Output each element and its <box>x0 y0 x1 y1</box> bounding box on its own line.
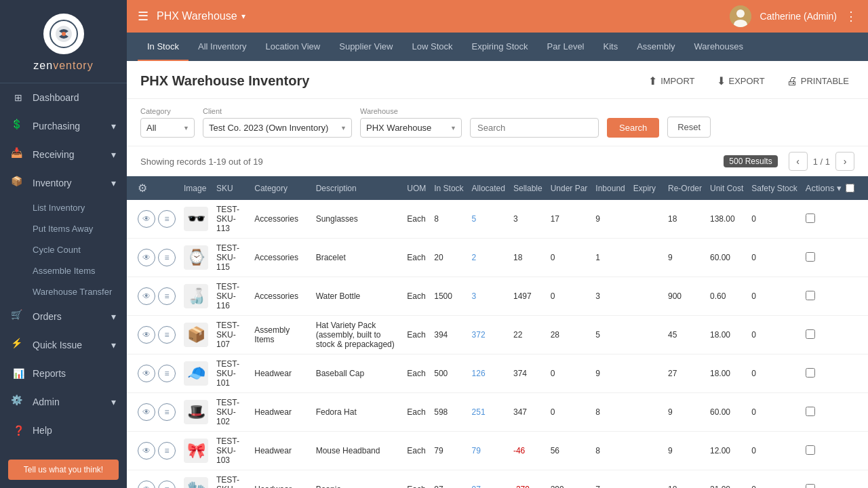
tab-supplier-view[interactable]: Supplier View <box>330 33 402 61</box>
col-allocated[interactable]: Allocated <box>468 176 509 200</box>
row-checkbox-cell[interactable] <box>802 470 868 489</box>
col-uom[interactable]: UOM <box>403 176 430 200</box>
tab-location-view[interactable]: Location View <box>256 33 330 61</box>
view-icon[interactable]: 👁 <box>138 481 155 488</box>
import-button[interactable]: ⬆ IMPORT <box>643 72 700 90</box>
edit-icon[interactable]: ≡ <box>158 481 176 488</box>
row-allocated[interactable]: 126 <box>468 354 509 393</box>
topbar-more-icon[interactable]: ⋮ <box>845 9 857 24</box>
client-select[interactable]: Test Co. 2023 (Own Inventory) <box>203 118 352 138</box>
row-checkbox-cell[interactable] <box>802 239 868 277</box>
col-expiry[interactable]: Expiry <box>629 176 664 200</box>
col-safety-stock[interactable]: Safety Stock <box>747 176 801 200</box>
sidebar-item-cycle-count[interactable]: Cycle Count <box>0 239 127 260</box>
edit-icon[interactable]: ≡ <box>158 365 176 382</box>
row-checkbox[interactable] <box>806 329 815 339</box>
tab-kits[interactable]: Kits <box>594 33 628 61</box>
row-checkbox[interactable] <box>806 445 815 455</box>
col-inbound[interactable]: Inbound <box>591 176 629 200</box>
actions-dropdown[interactable]: Actions ▾ <box>806 183 842 193</box>
col-sellable[interactable]: Sellable <box>509 176 547 200</box>
col-in-stock[interactable]: In Stock <box>430 176 467 200</box>
edit-icon[interactable]: ≡ <box>158 210 176 228</box>
row-checkbox[interactable] <box>806 484 815 489</box>
row-checkbox-cell[interactable] <box>802 277 868 316</box>
category-select[interactable]: All <box>140 118 195 138</box>
row-allocated[interactable]: 5 <box>468 200 509 239</box>
sidebar-item-purchasing[interactable]: 💲 Purchasing ▾ <box>0 112 127 140</box>
sidebar-item-orders[interactable]: 🛒 Orders ▾ <box>0 302 127 331</box>
sidebar-item-receiving[interactable]: 📥 Receiving ▾ <box>0 140 127 169</box>
view-icon[interactable]: 👁 <box>138 442 155 460</box>
row-checkbox-cell[interactable] <box>802 393 868 432</box>
row-checkbox-cell[interactable] <box>802 200 868 239</box>
sidebar-item-list-inventory[interactable]: List Inventory <box>0 197 127 218</box>
row-uom: Each <box>403 470 430 489</box>
export-icon: ⬇ <box>717 75 726 87</box>
edit-icon[interactable]: ≡ <box>158 326 176 344</box>
row-allocated[interactable]: 2 <box>468 239 509 277</box>
sidebar-item-admin[interactable]: ⚙️ Admin ▾ <box>0 388 127 416</box>
edit-icon[interactable]: ≡ <box>158 287 176 305</box>
edit-icon[interactable]: ≡ <box>158 249 176 266</box>
view-icon[interactable]: 👁 <box>138 287 155 305</box>
col-actions-header[interactable]: Actions ▾ <box>802 176 868 200</box>
edit-icon[interactable]: ≡ <box>158 442 176 460</box>
feedback-button[interactable]: Tell us what you think! <box>8 460 119 480</box>
select-all-checkbox[interactable] <box>846 184 854 192</box>
search-input[interactable] <box>470 118 599 138</box>
search-button[interactable]: Search <box>607 118 659 138</box>
view-icon[interactable]: 👁 <box>138 326 155 344</box>
pagination-prev[interactable]: ‹ <box>789 152 808 171</box>
row-expiry <box>629 470 664 489</box>
row-allocated[interactable]: 79 <box>468 432 509 470</box>
edit-icon[interactable]: ≡ <box>158 403 176 421</box>
view-icon[interactable]: 👁 <box>138 210 155 228</box>
menu-icon[interactable]: ☰ <box>138 9 149 24</box>
row-allocated[interactable]: 97 <box>468 470 509 489</box>
sidebar-item-help[interactable]: ❓ Help <box>0 416 127 445</box>
view-icon[interactable]: 👁 <box>138 365 155 382</box>
col-unit-cost[interactable]: Unit Cost <box>706 176 747 200</box>
row-allocated[interactable]: 3 <box>468 277 509 316</box>
row-checkbox[interactable] <box>806 252 815 262</box>
col-description[interactable]: Description <box>312 176 403 200</box>
col-settings[interactable]: ⚙ <box>127 176 180 200</box>
col-category[interactable]: Category <box>250 176 311 200</box>
row-allocated[interactable]: 372 <box>468 316 509 354</box>
warehouse-select[interactable]: PHX Warehouse <box>360 118 462 138</box>
tab-assembly[interactable]: Assembly <box>627 33 684 61</box>
col-sku[interactable]: SKU <box>212 176 250 200</box>
sidebar-item-quick-issue[interactable]: ⚡ Quick Issue ▾ <box>0 331 127 359</box>
export-button[interactable]: ⬇ EXPORT <box>711 72 770 90</box>
row-checkbox-cell[interactable] <box>802 432 868 470</box>
tab-in-stock[interactable]: In Stock <box>138 33 189 61</box>
sidebar-item-dashboard[interactable]: ⊞ Dashboard <box>0 83 127 112</box>
row-checkbox[interactable] <box>806 407 815 416</box>
pagination-next[interactable]: › <box>835 152 854 171</box>
sidebar-item-warehouse-transfer[interactable]: Warehouse Transfer <box>0 281 127 302</box>
sidebar-item-put-items-away[interactable]: Put Items Away <box>0 218 127 239</box>
row-checkbox-cell[interactable] <box>802 354 868 393</box>
row-checkbox[interactable] <box>806 368 815 378</box>
col-under-par[interactable]: Under Par <box>547 176 592 200</box>
sidebar-item-assemble-items[interactable]: Assemble Items <box>0 260 127 281</box>
col-reorder[interactable]: Re-Order <box>664 176 706 200</box>
sidebar-item-reports[interactable]: 📊 Reports <box>0 359 127 388</box>
tab-warehouses[interactable]: Warehouses <box>685 33 753 61</box>
settings-gear-icon[interactable]: ⚙ <box>138 182 147 194</box>
view-icon[interactable]: 👁 <box>138 403 155 421</box>
tab-low-stock[interactable]: Low Stock <box>403 33 462 61</box>
topbar-warehouse[interactable]: PHX Warehouse ▾ <box>157 10 245 22</box>
row-checkbox-cell[interactable] <box>802 316 868 354</box>
view-icon[interactable]: 👁 <box>138 249 155 266</box>
printable-button[interactable]: 🖨 PRINTABLE <box>781 73 854 90</box>
tab-expiring-stock[interactable]: Expiring Stock <box>462 33 537 61</box>
sidebar-item-inventory[interactable]: 📦 Inventory ▾ <box>0 169 127 197</box>
row-checkbox[interactable] <box>806 291 815 300</box>
reset-button[interactable]: Reset <box>667 117 711 138</box>
row-checkbox[interactable] <box>806 214 815 223</box>
tab-par-level[interactable]: Par Level <box>538 33 594 61</box>
tab-all-inventory[interactable]: All Inventory <box>189 33 256 61</box>
row-allocated[interactable]: 251 <box>468 393 509 432</box>
